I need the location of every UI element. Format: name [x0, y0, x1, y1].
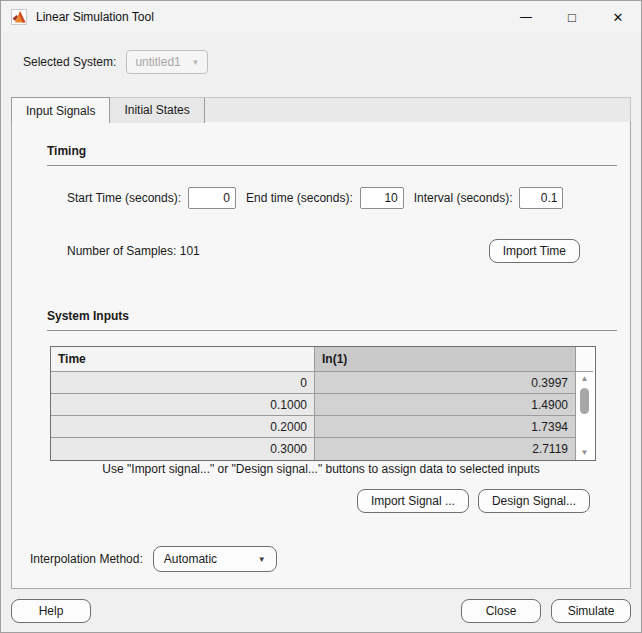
close-icon: ✕	[613, 10, 624, 25]
selected-system-label: Selected System:	[23, 55, 116, 69]
number-of-samples-text: Number of Samples: 101	[67, 244, 200, 258]
selected-system-dropdown: untitled1 ▼	[126, 50, 208, 74]
chevron-down-icon: ▼	[191, 58, 199, 67]
linear-simulation-tool-window: Linear Simulation Tool — □ ✕ Selected Sy…	[0, 0, 642, 633]
table-cell-time-r1[interactable]: 0	[51, 372, 315, 394]
tab-input-signals[interactable]: Input Signals	[11, 97, 110, 123]
close-button[interactable]: Close	[461, 599, 541, 623]
column-header-scrollbar-spacer	[576, 347, 593, 372]
table-cell-in1-r4[interactable]: 2.7119	[315, 438, 576, 460]
table-cell-time-r2[interactable]: 0.1000	[51, 394, 315, 416]
tab-initial-states[interactable]: Initial States	[110, 98, 205, 123]
scrollbar-thumb[interactable]	[580, 388, 589, 414]
import-signal-button[interactable]: Import Signal ...	[357, 489, 469, 513]
minimize-icon: —	[520, 10, 532, 24]
maximize-icon: □	[568, 10, 576, 25]
minimize-button[interactable]: —	[503, 1, 549, 33]
column-header-in1: In(1)	[315, 347, 576, 372]
column-header-time: Time	[51, 347, 315, 372]
table-cell-time-r3[interactable]: 0.2000	[51, 416, 315, 438]
design-signal-button[interactable]: Design Signal...	[478, 489, 590, 513]
selected-system-row: Selected System: untitled1 ▼	[23, 49, 208, 75]
input-signals-panel: Timing Start Time (seconds): End time (s…	[11, 121, 631, 589]
scroll-up-icon[interactable]: ▲	[581, 374, 589, 384]
interpolation-method-label: Interpolation Method:	[30, 552, 143, 566]
simulate-button[interactable]: Simulate	[551, 599, 631, 623]
tab-initial-states-label: Initial States	[124, 103, 189, 117]
table-cell-time-r4[interactable]: 0.3000	[51, 438, 315, 460]
end-time-input[interactable]	[360, 187, 404, 209]
tab-bar: Input Signals Initial States	[11, 97, 631, 122]
window-controls: — □ ✕	[503, 1, 641, 33]
titlebar: Linear Simulation Tool — □ ✕	[1, 1, 641, 33]
window-title: Linear Simulation Tool	[36, 10, 154, 24]
timing-section-heading: Timing	[47, 144, 617, 166]
tab-input-signals-label: Input Signals	[26, 104, 95, 118]
scroll-down-icon[interactable]: ▼	[581, 448, 589, 458]
table-cell-in1-r1[interactable]: 0.3997	[315, 372, 576, 394]
interpolation-method-value: Automatic	[164, 552, 217, 566]
samples-value: 101	[180, 244, 200, 258]
signal-buttons-row: Import Signal ... Design Signal...	[357, 489, 590, 513]
import-time-button[interactable]: Import Time	[489, 239, 580, 263]
samples-row: Number of Samples: 101 Import Time	[67, 239, 580, 263]
footer-right: Close Simulate	[461, 599, 631, 623]
selected-system-value: untitled1	[135, 55, 180, 69]
interpolation-row: Interpolation Method: Automatic ▼	[30, 546, 277, 572]
samples-label: Number of Samples:	[67, 244, 176, 258]
table-vertical-scrollbar[interactable]: ▲ ▼	[576, 372, 593, 460]
end-time-label: End time (seconds):	[246, 191, 353, 205]
interval-input[interactable]	[519, 187, 563, 209]
interval-label: Interval (seconds):	[414, 191, 513, 205]
system-inputs-section-heading: System Inputs	[47, 309, 617, 331]
chevron-down-icon: ▼	[258, 555, 266, 564]
maximize-button[interactable]: □	[549, 1, 595, 33]
assign-data-hint: Use "Import signal..." or "Design signal…	[12, 462, 630, 476]
system-inputs-table: Time In(1) 0 0.3997 ▲ ▼ 0.1000 1.4900 0.…	[50, 346, 596, 461]
start-time-input[interactable]	[188, 187, 236, 209]
timing-fields-row: Start Time (seconds): End time (seconds)…	[67, 187, 563, 209]
help-button[interactable]: Help	[11, 599, 91, 623]
interpolation-method-dropdown[interactable]: Automatic ▼	[153, 546, 277, 572]
footer-left: Help	[11, 599, 91, 623]
table-cell-in1-r2[interactable]: 1.4900	[315, 394, 576, 416]
matlab-app-icon	[11, 9, 27, 25]
start-time-label: Start Time (seconds):	[67, 191, 181, 205]
close-window-button[interactable]: ✕	[595, 1, 641, 33]
table-cell-in1-r3[interactable]: 1.7394	[315, 416, 576, 438]
